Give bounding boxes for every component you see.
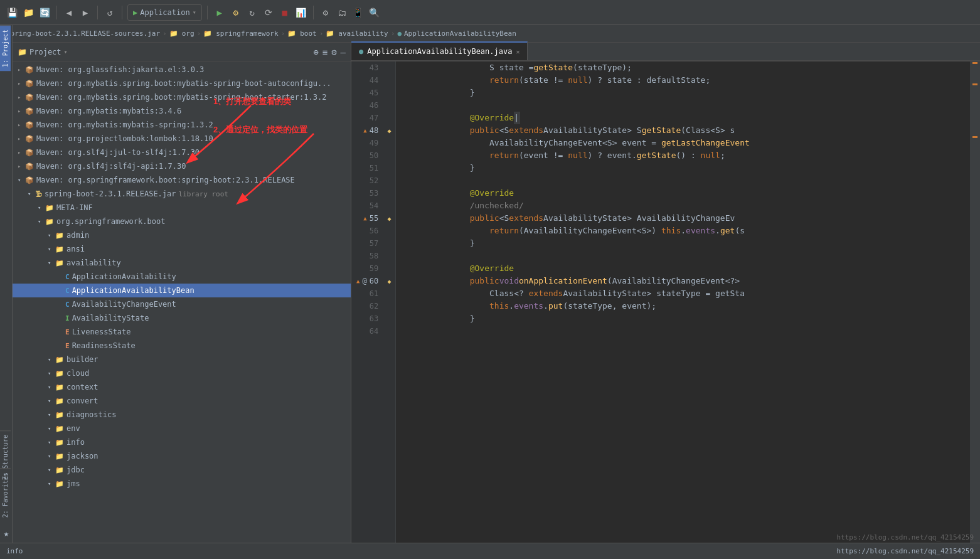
project-icon[interactable]: 🗂 — [335, 6, 349, 19]
run-green-icon[interactable]: ▶ — [213, 6, 226, 19]
code-editor[interactable]: 43 44 45 46 47 ▲48 49 50 51 52 53 54 ▲55… — [351, 61, 980, 559]
tree-item[interactable]: ▾📁diagnostics — [13, 408, 351, 422]
tree-arrow — [58, 287, 64, 294]
tree-item[interactable]: ▸📦Maven: org.projectlombok:lombok:1.18.1… — [13, 132, 351, 146]
tree-item[interactable]: ▾📁builder — [13, 353, 351, 366]
tree-item[interactable]: ▸📦Maven: org.mybatis:mybatis:3.4.6 — [13, 104, 351, 118]
tree-item[interactable]: ▾📁cloud — [13, 366, 351, 380]
tree-item[interactable]: ▾📦Maven: org.springframework.boot:spring… — [13, 173, 351, 187]
bc-org[interactable]: org — [182, 29, 194, 38]
tree-item[interactable]: ▾📁jdbc — [13, 463, 351, 477]
save-icon[interactable]: 💾 — [5, 6, 19, 19]
bc-boot[interactable]: boot — [300, 29, 317, 38]
tree-item[interactable]: ELivenessState — [13, 325, 351, 339]
tree-label: ReadinessState — [72, 341, 136, 350]
gc-54 — [383, 200, 395, 212]
redeploy-icon[interactable]: ⟳ — [262, 6, 275, 19]
class-icon: C — [65, 301, 70, 309]
gear-icon[interactable]: ⚙ — [331, 47, 336, 57]
tree-arrow: ▾ — [48, 467, 54, 473]
folder-icon: 📁 — [55, 356, 64, 364]
tree-label: availability — [67, 258, 121, 267]
minimize-icon[interactable]: – — [341, 47, 346, 57]
tree-arrow: ▾ — [48, 481, 54, 487]
favorites-tab[interactable]: 2: Favorites — [0, 468, 11, 521]
tab-close-button[interactable]: ✕ — [516, 48, 519, 55]
bc-springframework[interactable]: springframework — [216, 29, 278, 38]
tree-item[interactable]: ▾🗜spring-boot-2.3.1.RELEASE.jarlibrary r… — [13, 187, 351, 201]
tree-item[interactable]: ▾📁availability — [13, 256, 351, 270]
tree-label: jdbc — [67, 466, 85, 474]
sync-icon[interactable]: ↺ — [103, 6, 117, 19]
forward-icon[interactable]: ▶ — [78, 6, 92, 19]
tree-item[interactable]: CApplicationAvailability — [13, 270, 351, 284]
ln-53: 53 — [356, 187, 378, 200]
stop-icon[interactable]: ■ — [278, 6, 292, 19]
tree-item[interactable]: ▾📁admin — [13, 228, 351, 242]
bc-availability[interactable]: availability — [338, 29, 388, 38]
locate-icon[interactable]: ⊕ — [313, 47, 318, 57]
tree-item[interactable]: EReadinessState — [13, 339, 351, 353]
tree-arrow: ▸ — [18, 80, 24, 87]
tree-item[interactable]: IAvailabilityState — [13, 311, 351, 325]
maven-icon: 📦 — [25, 66, 34, 74]
tab-main-file[interactable]: ● ApplicationAvailabilityBean.java ✕ — [351, 41, 528, 60]
tree-arrow: ▾ — [48, 398, 54, 404]
bc-class[interactable]: ApplicationAvailabilityBean — [404, 29, 516, 38]
ln-61: 61 — [356, 287, 378, 300]
tree-item[interactable]: CAvailabilityChangeEvent — [13, 297, 351, 311]
tree-label: Maven: org.mybatis:mybatis:3.4.6 — [36, 107, 181, 115]
tree-item[interactable]: ▾📁jms — [13, 477, 351, 491]
jar-icon: 🗜 — [35, 190, 42, 198]
tree-item[interactable]: ▸📦Maven: org.mybatis:mybatis-spring:1.3.… — [13, 118, 351, 132]
tree-item[interactable]: ▾📁context — [13, 380, 351, 394]
tree-arrow: ▾ — [48, 246, 54, 252]
tree-item[interactable]: ▸📦Maven: org.mybatis.spring.boot:mybatis… — [13, 90, 351, 104]
code-line-47: @Override| — [401, 112, 965, 124]
tree-item[interactable]: ▾📁convert — [13, 394, 351, 408]
gc-53 — [383, 187, 395, 200]
tree-arrow: ▸ — [18, 94, 24, 100]
tree-sublabel: library root — [179, 190, 228, 198]
project-tab[interactable]: 1: Project — [0, 25, 11, 71]
tree-label: builder — [67, 355, 99, 364]
search-icon[interactable]: 🔍 — [368, 6, 381, 19]
tree-label: AvailabilityChangeEvent — [72, 300, 176, 309]
tree-item[interactable]: ▾📁info — [13, 435, 351, 449]
maven-icon: 📦 — [25, 107, 34, 115]
scroll-gutter[interactable] — [970, 61, 980, 559]
gc-49 — [383, 137, 395, 149]
tabs-bar: ● ApplicationAvailabilityBean.java ✕ — [351, 43, 980, 61]
folder-icon: 📁 — [55, 397, 64, 405]
refresh-icon[interactable]: 🔄 — [38, 6, 51, 19]
collapse-icon[interactable]: ≡ — [322, 47, 328, 57]
tree-item[interactable]: ▾📁META-INF — [13, 201, 351, 215]
tree-item[interactable]: ▾📁jackson — [13, 449, 351, 463]
code-line-58 — [401, 250, 965, 262]
tree-item[interactable]: ▸📦Maven: org.mybatis.spring.boot:mybatis… — [13, 77, 351, 90]
tree-item[interactable]: ▾📁ansi — [13, 242, 351, 256]
open-icon[interactable]: 📁 — [21, 6, 35, 19]
tree-item[interactable]: ▸📦Maven: org.glassfish:jakarta.el:3.0.3 — [13, 63, 351, 77]
tree-arrow — [58, 274, 64, 280]
settings-icon[interactable]: ⚙ — [319, 6, 333, 19]
maven-icon: 📦 — [25, 149, 34, 157]
run-config-selector[interactable]: ▶ Application ▾ — [127, 4, 202, 21]
sdk-icon[interactable]: 📱 — [351, 6, 365, 19]
side-tabs: 1: Project Z: Structure 2: Favorites ★ — [0, 25, 13, 559]
bc-jar[interactable]: spring-boot-2.3.1.RELEASE-sources.jar — [6, 29, 160, 38]
tree-item[interactable]: ▸📦Maven: org.slf4j:jul-to-slf4j:1.7.30 — [13, 146, 351, 159]
tree-item[interactable]: CApplicationAvailabilityBean — [13, 284, 351, 297]
bookmark-icon[interactable]: ★ — [4, 528, 9, 538]
coverage-icon[interactable]: 📊 — [294, 6, 308, 19]
back-icon[interactable]: ◀ — [62, 6, 76, 19]
tree-item[interactable]: ▸📦Maven: org.slf4j:slf4j-api:1.7.30 — [13, 159, 351, 173]
interface-icon: I — [65, 314, 70, 322]
build-icon[interactable]: ⚙ — [229, 6, 243, 19]
project-dropdown-icon[interactable]: ▾ — [64, 48, 68, 55]
project-folder-icon: 📁 — [18, 48, 27, 56]
tree-item[interactable]: ▾📁env — [13, 422, 351, 435]
tree-item[interactable]: ▾📁org.springframework.boot — [13, 215, 351, 228]
folder-icon: 📁 — [55, 411, 64, 419]
rebuild-icon[interactable]: ↻ — [245, 6, 259, 19]
